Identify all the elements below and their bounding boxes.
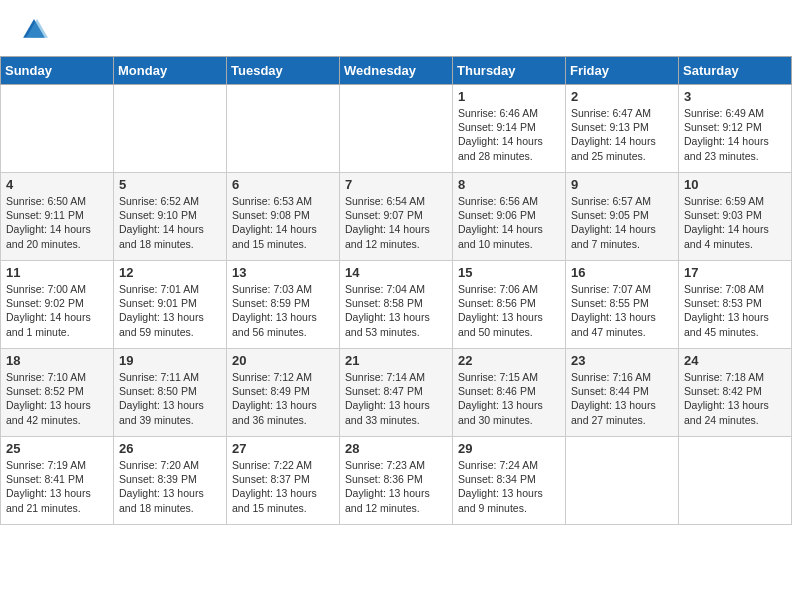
day-info: Sunrise: 7:20 AMSunset: 8:39 PMDaylight:… <box>119 458 221 515</box>
calendar-cell: 2Sunrise: 6:47 AMSunset: 9:13 PMDaylight… <box>566 85 679 173</box>
calendar-cell: 13Sunrise: 7:03 AMSunset: 8:59 PMDayligh… <box>227 261 340 349</box>
calendar-cell <box>679 437 792 525</box>
day-info: Sunrise: 6:59 AMSunset: 9:03 PMDaylight:… <box>684 194 786 251</box>
day-info: Sunrise: 6:54 AMSunset: 9:07 PMDaylight:… <box>345 194 447 251</box>
day-header-monday: Monday <box>114 57 227 85</box>
calendar-cell: 18Sunrise: 7:10 AMSunset: 8:52 PMDayligh… <box>1 349 114 437</box>
calendar-cell: 8Sunrise: 6:56 AMSunset: 9:06 PMDaylight… <box>453 173 566 261</box>
calendar-cell: 25Sunrise: 7:19 AMSunset: 8:41 PMDayligh… <box>1 437 114 525</box>
calendar-header-row: SundayMondayTuesdayWednesdayThursdayFrid… <box>1 57 792 85</box>
day-number: 10 <box>684 177 786 192</box>
day-number: 18 <box>6 353 108 368</box>
day-info: Sunrise: 7:18 AMSunset: 8:42 PMDaylight:… <box>684 370 786 427</box>
day-info: Sunrise: 6:57 AMSunset: 9:05 PMDaylight:… <box>571 194 673 251</box>
calendar-cell: 5Sunrise: 6:52 AMSunset: 9:10 PMDaylight… <box>114 173 227 261</box>
day-info: Sunrise: 7:22 AMSunset: 8:37 PMDaylight:… <box>232 458 334 515</box>
calendar-cell <box>340 85 453 173</box>
day-number: 28 <box>345 441 447 456</box>
calendar-cell: 27Sunrise: 7:22 AMSunset: 8:37 PMDayligh… <box>227 437 340 525</box>
day-info: Sunrise: 7:12 AMSunset: 8:49 PMDaylight:… <box>232 370 334 427</box>
calendar-cell: 14Sunrise: 7:04 AMSunset: 8:58 PMDayligh… <box>340 261 453 349</box>
day-number: 8 <box>458 177 560 192</box>
day-header-wednesday: Wednesday <box>340 57 453 85</box>
calendar-cell: 4Sunrise: 6:50 AMSunset: 9:11 PMDaylight… <box>1 173 114 261</box>
day-info: Sunrise: 7:15 AMSunset: 8:46 PMDaylight:… <box>458 370 560 427</box>
calendar-table: SundayMondayTuesdayWednesdayThursdayFrid… <box>0 56 792 525</box>
day-number: 22 <box>458 353 560 368</box>
day-info: Sunrise: 7:00 AMSunset: 9:02 PMDaylight:… <box>6 282 108 339</box>
day-info: Sunrise: 6:49 AMSunset: 9:12 PMDaylight:… <box>684 106 786 163</box>
day-info: Sunrise: 7:07 AMSunset: 8:55 PMDaylight:… <box>571 282 673 339</box>
day-number: 11 <box>6 265 108 280</box>
day-number: 27 <box>232 441 334 456</box>
day-number: 24 <box>684 353 786 368</box>
day-info: Sunrise: 7:04 AMSunset: 8:58 PMDaylight:… <box>345 282 447 339</box>
day-info: Sunrise: 7:23 AMSunset: 8:36 PMDaylight:… <box>345 458 447 515</box>
day-number: 21 <box>345 353 447 368</box>
calendar-cell: 3Sunrise: 6:49 AMSunset: 9:12 PMDaylight… <box>679 85 792 173</box>
day-number: 12 <box>119 265 221 280</box>
day-number: 13 <box>232 265 334 280</box>
day-info: Sunrise: 6:52 AMSunset: 9:10 PMDaylight:… <box>119 194 221 251</box>
day-info: Sunrise: 7:24 AMSunset: 8:34 PMDaylight:… <box>458 458 560 515</box>
calendar-cell <box>566 437 679 525</box>
day-number: 25 <box>6 441 108 456</box>
calendar-cell: 15Sunrise: 7:06 AMSunset: 8:56 PMDayligh… <box>453 261 566 349</box>
calendar-cell: 7Sunrise: 6:54 AMSunset: 9:07 PMDaylight… <box>340 173 453 261</box>
calendar-cell: 29Sunrise: 7:24 AMSunset: 8:34 PMDayligh… <box>453 437 566 525</box>
day-number: 15 <box>458 265 560 280</box>
day-info: Sunrise: 6:50 AMSunset: 9:11 PMDaylight:… <box>6 194 108 251</box>
calendar-cell: 23Sunrise: 7:16 AMSunset: 8:44 PMDayligh… <box>566 349 679 437</box>
calendar-cell <box>227 85 340 173</box>
day-number: 1 <box>458 89 560 104</box>
calendar-cell <box>114 85 227 173</box>
calendar-cell: 24Sunrise: 7:18 AMSunset: 8:42 PMDayligh… <box>679 349 792 437</box>
day-info: Sunrise: 7:19 AMSunset: 8:41 PMDaylight:… <box>6 458 108 515</box>
day-number: 3 <box>684 89 786 104</box>
day-number: 16 <box>571 265 673 280</box>
day-number: 20 <box>232 353 334 368</box>
day-info: Sunrise: 7:16 AMSunset: 8:44 PMDaylight:… <box>571 370 673 427</box>
day-info: Sunrise: 7:10 AMSunset: 8:52 PMDaylight:… <box>6 370 108 427</box>
calendar-cell: 26Sunrise: 7:20 AMSunset: 8:39 PMDayligh… <box>114 437 227 525</box>
day-number: 6 <box>232 177 334 192</box>
day-info: Sunrise: 7:06 AMSunset: 8:56 PMDaylight:… <box>458 282 560 339</box>
calendar-cell: 28Sunrise: 7:23 AMSunset: 8:36 PMDayligh… <box>340 437 453 525</box>
day-number: 26 <box>119 441 221 456</box>
day-info: Sunrise: 7:01 AMSunset: 9:01 PMDaylight:… <box>119 282 221 339</box>
day-info: Sunrise: 7:03 AMSunset: 8:59 PMDaylight:… <box>232 282 334 339</box>
day-number: 5 <box>119 177 221 192</box>
calendar-cell: 17Sunrise: 7:08 AMSunset: 8:53 PMDayligh… <box>679 261 792 349</box>
day-number: 9 <box>571 177 673 192</box>
page-header <box>0 0 792 52</box>
day-info: Sunrise: 6:47 AMSunset: 9:13 PMDaylight:… <box>571 106 673 163</box>
calendar-cell: 10Sunrise: 6:59 AMSunset: 9:03 PMDayligh… <box>679 173 792 261</box>
calendar-cell: 21Sunrise: 7:14 AMSunset: 8:47 PMDayligh… <box>340 349 453 437</box>
day-number: 17 <box>684 265 786 280</box>
day-info: Sunrise: 6:53 AMSunset: 9:08 PMDaylight:… <box>232 194 334 251</box>
day-header-tuesday: Tuesday <box>227 57 340 85</box>
calendar-cell: 20Sunrise: 7:12 AMSunset: 8:49 PMDayligh… <box>227 349 340 437</box>
calendar-cell: 12Sunrise: 7:01 AMSunset: 9:01 PMDayligh… <box>114 261 227 349</box>
day-info: Sunrise: 7:11 AMSunset: 8:50 PMDaylight:… <box>119 370 221 427</box>
calendar-cell: 11Sunrise: 7:00 AMSunset: 9:02 PMDayligh… <box>1 261 114 349</box>
day-number: 19 <box>119 353 221 368</box>
calendar-week-row: 11Sunrise: 7:00 AMSunset: 9:02 PMDayligh… <box>1 261 792 349</box>
logo <box>20 16 52 44</box>
day-number: 29 <box>458 441 560 456</box>
day-number: 14 <box>345 265 447 280</box>
calendar-cell: 9Sunrise: 6:57 AMSunset: 9:05 PMDaylight… <box>566 173 679 261</box>
logo-icon <box>20 16 48 44</box>
calendar-week-row: 25Sunrise: 7:19 AMSunset: 8:41 PMDayligh… <box>1 437 792 525</box>
day-number: 7 <box>345 177 447 192</box>
day-info: Sunrise: 7:08 AMSunset: 8:53 PMDaylight:… <box>684 282 786 339</box>
calendar-week-row: 1Sunrise: 6:46 AMSunset: 9:14 PMDaylight… <box>1 85 792 173</box>
day-header-thursday: Thursday <box>453 57 566 85</box>
calendar-cell: 1Sunrise: 6:46 AMSunset: 9:14 PMDaylight… <box>453 85 566 173</box>
calendar-week-row: 4Sunrise: 6:50 AMSunset: 9:11 PMDaylight… <box>1 173 792 261</box>
calendar-week-row: 18Sunrise: 7:10 AMSunset: 8:52 PMDayligh… <box>1 349 792 437</box>
day-info: Sunrise: 6:46 AMSunset: 9:14 PMDaylight:… <box>458 106 560 163</box>
day-number: 23 <box>571 353 673 368</box>
calendar-cell: 16Sunrise: 7:07 AMSunset: 8:55 PMDayligh… <box>566 261 679 349</box>
day-header-saturday: Saturday <box>679 57 792 85</box>
